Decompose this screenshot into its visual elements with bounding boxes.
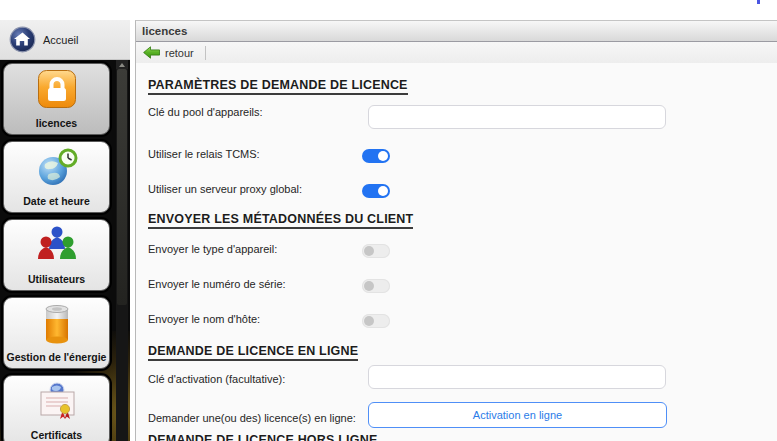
send-hostname-toggle[interactable] — [362, 314, 390, 328]
sidebar-scrollbar[interactable] — [116, 60, 128, 441]
sidebar-item-label: Certificats — [31, 429, 82, 441]
sidebar-item-label: Date et heure — [23, 195, 90, 207]
sidebar-item-utilisateurs[interactable]: Utilisateurs — [3, 219, 110, 291]
activation-key-label: Clé d'activation (facultative): — [148, 373, 285, 386]
globe-clock-icon — [35, 147, 79, 187]
sidebar-item-certificats[interactable]: Certificats — [3, 375, 110, 441]
activation-key-input[interactable] — [368, 365, 666, 389]
device-type-label: Envoyer le type d'appareil: — [148, 243, 277, 256]
section-title-parametres: PARAMÈTRES DE DEMANDE DE LICENCE — [148, 78, 408, 95]
device-pool-key-label: Clé du pool d'appareils: — [148, 106, 263, 119]
sidebar-home-button[interactable]: Accueil — [0, 20, 130, 60]
back-button[interactable]: retour — [140, 45, 197, 60]
licences-panel: licences retour PARAMÈTRES DE DEMANDE DE… — [135, 20, 777, 441]
global-proxy-toggle[interactable] — [362, 184, 390, 198]
sidebar-item-date-heure[interactable]: Date et heure — [3, 141, 110, 213]
sidebar-item-licences[interactable]: licences — [3, 63, 110, 135]
sidebar-item-label: licences — [36, 117, 77, 129]
toggle-knob — [364, 316, 374, 326]
tcms-relay-toggle[interactable] — [362, 149, 390, 163]
device-pool-key-input[interactable] — [368, 105, 666, 129]
users-icon — [35, 225, 79, 263]
lock-icon — [37, 69, 77, 109]
panel-toolbar: retour — [136, 42, 777, 63]
sidebar: Accueil licences — [0, 20, 130, 441]
sidebar-menu: licences Date et heure — [0, 60, 130, 441]
back-arrow-icon — [143, 46, 160, 59]
send-serial-number-toggle[interactable] — [362, 279, 390, 293]
certificate-icon — [37, 381, 77, 421]
section-title-licence-en-ligne: DEMANDE DE LICENCE EN LIGNE — [148, 344, 358, 361]
home-icon — [9, 26, 36, 53]
serial-number-label: Envoyer le numéro de série: — [148, 278, 286, 291]
toolbar-separator — [205, 46, 206, 60]
global-proxy-label: Utiliser un serveur proxy global: — [148, 183, 302, 196]
toggle-knob — [378, 151, 388, 161]
licences-content: PARAMÈTRES DE DEMANDE DE LICENCE Clé du … — [136, 63, 777, 441]
screen-artifact — [757, 0, 760, 4]
online-activation-button[interactable]: Activation en ligne — [368, 402, 667, 428]
section-title-metadonnees: ENVOYER LES MÉTADONNÉES DU CLIENT — [148, 212, 413, 229]
toggle-knob — [364, 246, 374, 256]
section-title-licence-hors-ligne: DEMANDE DE LICENCE HORS LIGNE — [148, 433, 377, 441]
back-label: retour — [165, 47, 194, 59]
toggle-knob — [364, 281, 374, 291]
hostname-label: Envoyer le nom d'hôte: — [148, 313, 260, 326]
home-label: Accueil — [43, 34, 78, 46]
tcms-relay-label: Utiliser le relais TCMS: — [148, 148, 260, 161]
panel-title: licences — [142, 25, 187, 37]
send-device-type-toggle[interactable] — [362, 244, 390, 258]
scroll-up-arrow-icon[interactable] — [116, 60, 128, 69]
toggle-knob — [378, 186, 388, 196]
sidebar-item-label: Gestion de l'énergie — [7, 351, 107, 363]
panel-titlebar: licences — [136, 21, 777, 42]
battery-icon — [37, 303, 77, 345]
sidebar-scrollbar-thumb[interactable] — [117, 69, 127, 305]
sidebar-item-energie[interactable]: Gestion de l'énergie — [3, 297, 110, 369]
request-online-licence-label: Demander une(ou des) licence(s) en ligne… — [148, 412, 356, 425]
sidebar-item-label: Utilisateurs — [28, 273, 85, 285]
